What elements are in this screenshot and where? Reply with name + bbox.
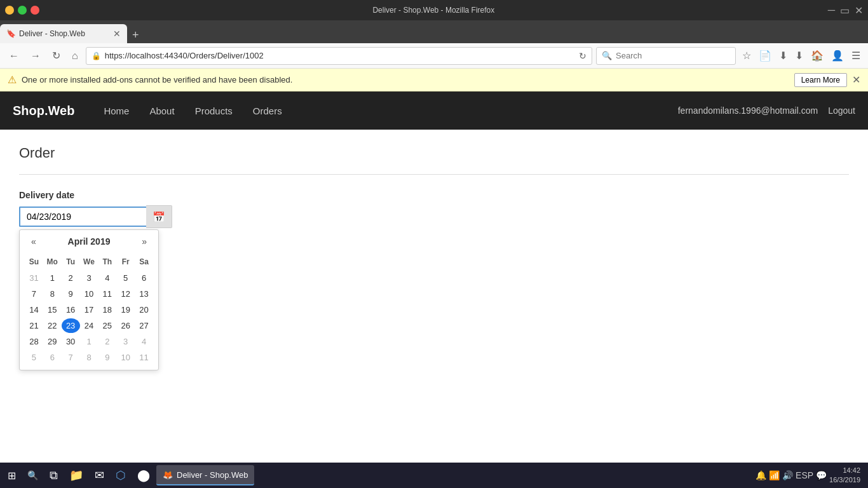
- cal-day[interactable]: 6: [135, 271, 153, 285]
- calendar-popup: « April 2019 » Su Mo Tu We Th Fr Sa 31 1…: [19, 229, 159, 370]
- calendar-prev-button[interactable]: «: [27, 235, 40, 248]
- reload-small-button[interactable]: ↻: [579, 51, 587, 61]
- address-input-wrap[interactable]: 🔒 ↻: [86, 47, 592, 65]
- back-button[interactable]: ←: [5, 48, 23, 64]
- search-input[interactable]: [616, 51, 730, 60]
- search-icon: 🔍: [602, 51, 612, 60]
- cal-day[interactable]: 2: [62, 271, 80, 285]
- date-input-row: 📅: [19, 205, 849, 228]
- tab-close-button[interactable]: ✕: [113, 29, 121, 39]
- cal-day[interactable]: 18: [98, 302, 116, 317]
- maximize-button[interactable]: [18, 6, 27, 15]
- cal-day[interactable]: 22: [43, 318, 62, 333]
- address-input[interactable]: [105, 51, 575, 60]
- weekday-tu: Tu: [62, 255, 80, 268]
- nav-products[interactable]: Products: [185, 93, 243, 129]
- forward-button[interactable]: →: [27, 48, 44, 64]
- home-button[interactable]: ⌂: [68, 48, 82, 64]
- cal-day[interactable]: 26: [116, 318, 135, 333]
- reader-view-icon[interactable]: 📄: [756, 48, 774, 63]
- cal-day[interactable]: 6: [43, 350, 62, 365]
- cal-day[interactable]: 29: [43, 334, 62, 349]
- calendar-next-button[interactable]: »: [138, 235, 151, 248]
- nav-about[interactable]: About: [139, 93, 184, 129]
- cal-day[interactable]: 15: [43, 302, 62, 317]
- date-input[interactable]: [19, 207, 146, 227]
- cal-day[interactable]: 11: [135, 350, 153, 365]
- user-icon[interactable]: 👤: [829, 48, 846, 63]
- browser-titlebar: Deliver - Shop.Web - Mozilla Firefox ─ ▭…: [0, 0, 868, 20]
- search-box[interactable]: 🔍: [596, 47, 736, 65]
- cal-day[interactable]: 13: [135, 287, 153, 301]
- user-email: fernandomilans.1996@hotmail.com: [678, 105, 818, 116]
- home-nav-icon[interactable]: 🏠: [808, 48, 826, 63]
- cal-day[interactable]: 5: [116, 271, 135, 285]
- cal-day[interactable]: 24: [80, 318, 98, 333]
- app-nav-right: fernandomilans.1996@hotmail.com Logout: [678, 105, 855, 116]
- menu-icon[interactable]: ☰: [849, 48, 863, 63]
- cal-day[interactable]: 10: [116, 350, 135, 365]
- cal-day[interactable]: 11: [98, 287, 116, 301]
- weekday-th: Th: [98, 255, 116, 268]
- cal-day[interactable]: 14: [25, 302, 43, 317]
- cal-day[interactable]: 4: [135, 334, 153, 349]
- logout-link[interactable]: Logout: [828, 105, 855, 116]
- tab-bar: 🔖 Deliver - Shop.Web ✕ +: [0, 20, 868, 43]
- bookmark-star-icon[interactable]: ☆: [740, 48, 754, 63]
- close-button[interactable]: [31, 6, 39, 15]
- calendar-grid: Su Mo Tu We Th Fr Sa 31 1 2 3 4 5 6 7 8: [20, 253, 158, 370]
- cal-day[interactable]: 20: [135, 302, 153, 317]
- cal-day[interactable]: 8: [43, 287, 62, 301]
- lock-icon: 🔒: [92, 51, 101, 60]
- cal-day[interactable]: 12: [116, 287, 135, 301]
- notification-close-button[interactable]: ✕: [852, 74, 860, 86]
- minimize-button[interactable]: [5, 6, 14, 15]
- calendar-month-label: April 2019: [68, 236, 111, 247]
- maximize-icon[interactable]: ▭: [840, 4, 850, 17]
- cal-day[interactable]: 3: [80, 271, 98, 285]
- app-brand[interactable]: Shop.Web: [13, 104, 74, 118]
- learn-more-button[interactable]: Learn More: [794, 73, 847, 87]
- new-tab-button[interactable]: +: [127, 29, 144, 42]
- minimize-icon[interactable]: ─: [828, 4, 835, 17]
- weekday-we: We: [80, 255, 98, 268]
- cal-day[interactable]: 2: [98, 334, 116, 349]
- notification-bar: ⚠ One or more installed add-ons cannot b…: [0, 69, 868, 92]
- address-bar: ← → ↻ ⌂ 🔒 ↻ 🔍 ☆ 📄 ⬇ ⬇ 🏠 👤 ☰: [0, 43, 868, 69]
- cal-day[interactable]: 7: [62, 350, 80, 365]
- cal-day[interactable]: 28: [25, 334, 43, 349]
- window-controls[interactable]: [5, 6, 39, 15]
- cal-day[interactable]: 30: [62, 334, 80, 349]
- cal-day[interactable]: 8: [80, 350, 98, 365]
- app-nav-links: Home About Products Orders: [93, 93, 292, 129]
- cal-day[interactable]: 4: [98, 271, 116, 285]
- cal-day[interactable]: 10: [80, 287, 98, 301]
- cal-day[interactable]: 17: [80, 302, 98, 317]
- cal-day[interactable]: 1: [80, 334, 98, 349]
- cal-day[interactable]: 1: [43, 271, 62, 285]
- delivery-date-label: Delivery date: [19, 190, 849, 200]
- reload-button[interactable]: ↻: [48, 47, 64, 64]
- cal-day[interactable]: 27: [135, 318, 153, 333]
- cal-day[interactable]: 9: [62, 287, 80, 301]
- pocket-icon[interactable]: ⬇: [776, 48, 790, 63]
- nav-orders[interactable]: Orders: [243, 93, 292, 129]
- cal-day[interactable]: 19: [116, 302, 135, 317]
- cal-day[interactable]: 7: [25, 287, 43, 301]
- cal-day-selected[interactable]: 23: [62, 318, 80, 333]
- notification-text: One or more installed add-ons cannot be …: [22, 75, 789, 85]
- close-icon[interactable]: ✕: [855, 4, 863, 17]
- cal-day[interactable]: 25: [98, 318, 116, 333]
- window-action-buttons[interactable]: ─ ▭ ✕: [828, 4, 863, 17]
- cal-day[interactable]: 9: [98, 350, 116, 365]
- download-icon[interactable]: ⬇: [792, 48, 806, 63]
- cal-day[interactable]: 16: [62, 302, 80, 317]
- calendar-days: 31 1 2 3 4 5 6 7 8 9 10 11 12 13 14 15 1…: [25, 271, 153, 365]
- calendar-toggle-button[interactable]: 📅: [146, 205, 172, 228]
- cal-day[interactable]: 31: [25, 271, 43, 285]
- cal-day[interactable]: 5: [25, 350, 43, 365]
- active-tab[interactable]: 🔖 Deliver - Shop.Web ✕: [0, 24, 127, 43]
- nav-home[interactable]: Home: [93, 93, 139, 129]
- cal-day[interactable]: 3: [116, 334, 135, 349]
- cal-day[interactable]: 21: [25, 318, 43, 333]
